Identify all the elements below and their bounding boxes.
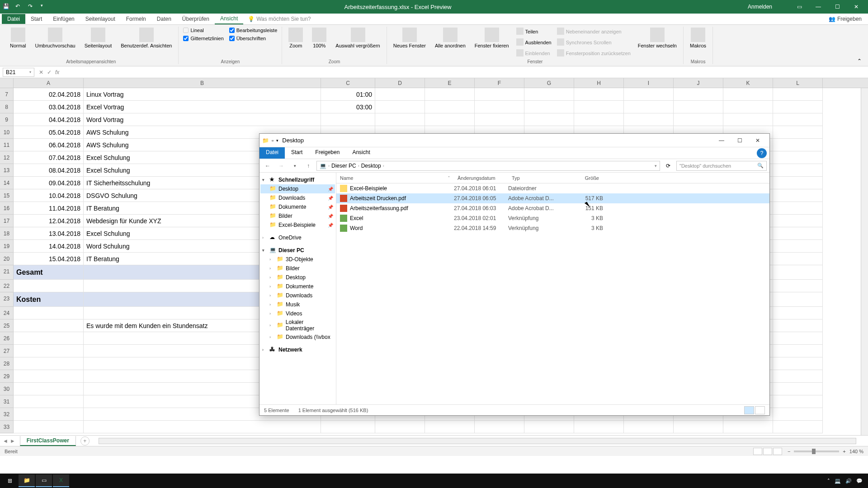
cell[interactable] — [773, 383, 823, 395]
nav-quick-access[interactable]: ▾★Schnellzugriff — [260, 175, 335, 184]
pagebreak-view-icon[interactable] — [773, 448, 782, 455]
col-header[interactable]: K — [723, 78, 773, 88]
col-header[interactable]: I — [624, 78, 674, 88]
cell[interactable]: Linux Vortrag — [84, 88, 321, 101]
col-header[interactable]: G — [524, 78, 574, 88]
row-header[interactable]: 17 — [0, 215, 14, 227]
cell[interactable]: 01:00 — [321, 88, 375, 101]
cell[interactable] — [321, 113, 375, 126]
cell[interactable] — [723, 101, 773, 113]
horizontal-scrollbar[interactable] — [99, 438, 856, 444]
search-input[interactable]: "Desktop" durchsuchen 🔍 — [676, 161, 767, 171]
hundred-button[interactable]: 100% — [309, 27, 329, 49]
macros-button[interactable]: Makros — [687, 27, 709, 49]
collapse-ribbon-icon[interactable]: ⌃ — [857, 58, 864, 65]
ruler-checkbox[interactable]: Lineal — [182, 27, 224, 34]
cell[interactable]: 14.04.2018 — [14, 240, 84, 253]
file-row[interactable]: Word 22.04.2018 14:59 Verknüpfung 3 KB — [336, 223, 769, 233]
row-header[interactable]: 22 — [0, 280, 14, 292]
cell[interactable] — [14, 408, 84, 421]
tab-formulas[interactable]: Formeln — [121, 14, 151, 24]
row-header[interactable]: 7 — [0, 88, 14, 101]
tab-review[interactable]: Überprüfen — [177, 14, 215, 24]
row-header[interactable]: 20 — [0, 253, 14, 265]
freeze-button[interactable]: Fenster fixieren — [472, 27, 512, 49]
row-header[interactable]: 21 — [0, 265, 14, 280]
refresh-icon[interactable]: ⟳ — [663, 163, 674, 169]
select-all-corner[interactable] — [0, 78, 14, 88]
row-header[interactable]: 13 — [0, 164, 14, 177]
start-button[interactable]: ⊞ — [2, 474, 18, 487]
row-header[interactable]: 24 — [0, 307, 14, 319]
cell[interactable]: 03:00 — [321, 101, 375, 113]
pagelayout-button[interactable]: Seitenlayout — [82, 27, 115, 49]
app-taskbar-icon[interactable]: ▭ — [36, 474, 52, 487]
pagelayout-view-icon[interactable] — [763, 448, 772, 455]
column-size[interactable]: Größe — [562, 175, 603, 181]
tab-pagelayout[interactable]: Seitenlayout — [80, 14, 121, 24]
cell[interactable]: 11.04.2018 — [14, 202, 84, 215]
cell[interactable] — [723, 113, 773, 126]
cell[interactable] — [773, 332, 823, 345]
cell[interactable] — [773, 189, 823, 202]
zoom-selection-button[interactable]: Auswahl vergrößern — [333, 27, 382, 49]
split-button[interactable]: Teilen — [515, 27, 552, 37]
cell[interactable]: 02.04.2018 — [14, 88, 84, 101]
gridlines-checkbox[interactable]: Gitternetzlinien — [182, 35, 224, 42]
cell[interactable] — [674, 113, 723, 126]
zoom-slider[interactable] — [794, 450, 839, 452]
row-header[interactable]: 29 — [0, 370, 14, 383]
nav-item[interactable]: › 📁 Desktop — [260, 273, 335, 282]
qat-customize-icon[interactable]: ▾ — [41, 3, 48, 10]
cell[interactable] — [773, 357, 823, 370]
nav-this-pc[interactable]: ▾💻Dieser PC — [260, 246, 335, 255]
pagebreak-button[interactable]: Umbruchvorschau — [32, 27, 78, 49]
cell[interactable] — [773, 395, 823, 408]
cell[interactable] — [475, 421, 524, 433]
cell[interactable]: Word Vortrag — [84, 113, 321, 126]
ribbon-display-icon[interactable]: ▭ — [790, 2, 808, 11]
nav-item[interactable]: › 📁 3D-Objekte — [260, 255, 335, 264]
cell[interactable]: Gesamt — [14, 265, 84, 280]
switch-window-button[interactable]: Fenster wechseln — [635, 27, 679, 49]
save-icon[interactable]: 💾 — [3, 3, 10, 10]
cell[interactable] — [375, 101, 425, 113]
unhide-button[interactable]: Einblenden — [515, 48, 552, 58]
col-header[interactable]: C — [321, 78, 375, 88]
cell[interactable] — [524, 421, 574, 433]
nav-item[interactable]: 📁 Desktop 📌 — [260, 184, 335, 193]
cell[interactable] — [674, 88, 723, 101]
tab-view[interactable]: Ansicht — [215, 14, 243, 24]
row-header[interactable]: 33 — [0, 421, 14, 433]
cell[interactable] — [14, 357, 84, 370]
cell[interactable]: 13.04.2018 — [14, 227, 84, 240]
normal-view-button[interactable]: Normal — [7, 27, 28, 49]
cell[interactable] — [574, 101, 624, 113]
forward-icon[interactable]: → — [276, 160, 287, 171]
nav-onedrive[interactable]: ›☁OneDrive — [260, 233, 335, 242]
cell[interactable] — [375, 421, 425, 433]
cell[interactable]: Excel Vortrag — [84, 101, 321, 113]
cell[interactable] — [425, 113, 475, 126]
nav-network[interactable]: ›🖧Netzwerk — [260, 345, 335, 354]
cell[interactable] — [14, 395, 84, 408]
nav-item[interactable]: › 📁 Videos — [260, 309, 335, 318]
tab-file[interactable]: Datei — [2, 14, 25, 24]
new-window-button[interactable]: Neues Fenster — [391, 27, 429, 49]
row-header[interactable]: 16 — [0, 202, 14, 215]
file-explorer-taskbar-icon[interactable]: 📁 — [19, 474, 35, 487]
row-header[interactable]: 26 — [0, 332, 14, 345]
up-icon[interactable]: ↑ — [303, 160, 314, 171]
cell[interactable] — [773, 345, 823, 357]
row-header[interactable]: 8 — [0, 101, 14, 113]
column-date[interactable]: Änderungsdatum — [454, 175, 508, 181]
col-header[interactable]: B — [84, 78, 321, 88]
customviews-button[interactable]: Benutzerdef. Ansichten — [118, 27, 175, 49]
cell[interactable]: 07.04.2018 — [14, 151, 84, 164]
row-header[interactable]: 25 — [0, 319, 14, 332]
cell[interactable] — [524, 101, 574, 113]
row-header[interactable]: 31 — [0, 395, 14, 408]
breadcrumb-desktop[interactable]: Desktop — [361, 163, 381, 169]
cell[interactable] — [84, 421, 321, 433]
row-header[interactable]: 11 — [0, 139, 14, 151]
